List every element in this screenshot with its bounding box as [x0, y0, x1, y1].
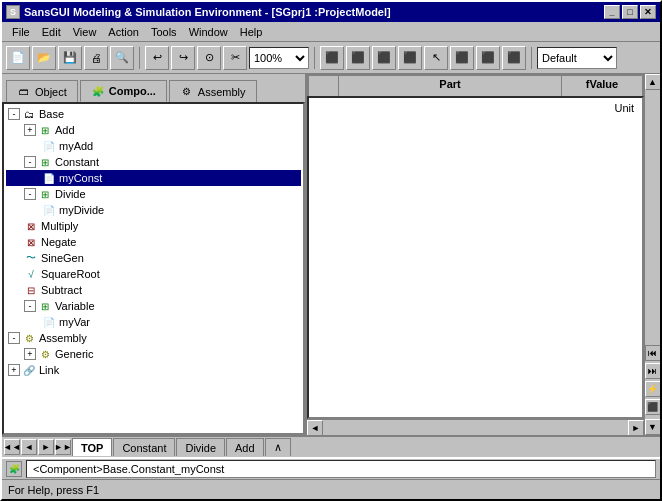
bottom-tab-divide[interactable]: Divide [176, 438, 225, 456]
minimize-button[interactable]: _ [604, 5, 620, 19]
tab-scroll-next[interactable]: ► [38, 439, 54, 455]
tree-item-sinegen[interactable]: 〜 SineGen [6, 250, 301, 266]
v-scroll-up[interactable]: ▲ [645, 74, 661, 90]
tab-assembly-label: Assembly [198, 86, 246, 98]
tree-item-myvar[interactable]: 📄 myVar [6, 314, 301, 330]
grid-header: Part fValue [307, 74, 644, 96]
tb-btn-5[interactable]: ⬛ [320, 46, 344, 70]
h-scroll-right[interactable]: ► [628, 420, 644, 436]
tb-btn-6[interactable]: ⬛ [346, 46, 370, 70]
myconst-icon: 📄 [42, 171, 56, 185]
tab-scroll-first[interactable]: ◄◄ [4, 439, 20, 455]
tree-item-negate[interactable]: ⊠ Negate [6, 234, 301, 250]
menu-window[interactable]: Window [183, 24, 234, 40]
toolbar-sep-2 [314, 47, 315, 69]
status-path: <Component>Base.Constant_myConst [26, 460, 656, 478]
tb-btn-12[interactable]: ⬛ [502, 46, 526, 70]
tree-item-squareroot[interactable]: √ SquareRoot [6, 266, 301, 282]
save-button[interactable]: 💾 [58, 46, 82, 70]
tree-item-myadd[interactable]: 📄 myAdd [6, 138, 301, 154]
title-bar: S SansGUI Modeling & Simulation Environm… [2, 2, 660, 22]
menu-view[interactable]: View [67, 24, 103, 40]
expand-assembly[interactable]: - [8, 332, 20, 344]
tree-label-myconst: myConst [59, 172, 102, 184]
scroll-action-2[interactable]: ⏭ [645, 363, 661, 379]
status-icon: 🧩 [6, 461, 22, 477]
variable-icon: ⊞ [38, 299, 52, 313]
tree-label-multiply: Multiply [41, 220, 78, 232]
title-bar-left: S SansGUI Modeling & Simulation Environm… [6, 5, 391, 19]
tree-item-constant[interactable]: - ⊞ Constant [6, 154, 301, 170]
scroll-action-3[interactable]: ⚡ [645, 381, 661, 397]
style-combo[interactable]: Default [537, 47, 617, 69]
tree-label-divide: Divide [55, 188, 86, 200]
bottom-tab-add[interactable]: Add [226, 438, 264, 456]
v-scroll-down[interactable]: ▼ [645, 419, 661, 435]
bottom-tab-top[interactable]: TOP [72, 438, 112, 456]
constant-icon: ⊞ [38, 155, 52, 169]
tree-item-add[interactable]: + ⊞ Add [6, 122, 301, 138]
tree-item-myconst[interactable]: 📄 myConst [6, 170, 301, 186]
multiply-icon: ⊠ [24, 219, 38, 233]
tree-item-variable[interactable]: - ⊞ Variable [6, 298, 301, 314]
tb-btn-10[interactable]: ⬛ [450, 46, 474, 70]
scroll-action-4[interactable]: ⬛ [645, 399, 661, 415]
tb-btn-7[interactable]: ⬛ [372, 46, 396, 70]
bottom-tab-strip: ◄◄ ◄ ► ►► TOP Constant Divide Add ∧ [2, 435, 660, 457]
bottom-tab-constant[interactable]: Constant [113, 438, 175, 456]
menu-tools[interactable]: Tools [145, 24, 183, 40]
menu-edit[interactable]: Edit [36, 24, 67, 40]
close-button[interactable]: ✕ [640, 5, 656, 19]
tb-btn-4[interactable]: ✂ [223, 46, 247, 70]
open-button[interactable]: 📂 [32, 46, 56, 70]
menu-help[interactable]: Help [234, 24, 269, 40]
new-button[interactable]: 📄 [6, 46, 30, 70]
expand-base[interactable]: - [8, 108, 20, 120]
expand-variable[interactable]: - [24, 300, 36, 312]
tab-component-label: Compo... [109, 85, 156, 97]
tree-item-generic[interactable]: + ⚙ Generic [6, 346, 301, 362]
tab-component[interactable]: 🧩 Compo... [80, 80, 167, 102]
expand-divide[interactable]: - [24, 188, 36, 200]
tree-item-assembly[interactable]: - ⚙ Assembly [6, 330, 301, 346]
tree-item-multiply[interactable]: ⊠ Multiply [6, 218, 301, 234]
expand-link[interactable]: + [8, 364, 20, 376]
tree-item-link[interactable]: + 🔗 Link [6, 362, 301, 378]
tab-scroll-prev[interactable]: ◄ [21, 439, 37, 455]
menu-action[interactable]: Action [102, 24, 145, 40]
tb-btn-9[interactable]: ↖ [424, 46, 448, 70]
tb-btn-3[interactable]: ⊙ [197, 46, 221, 70]
tb-btn-1[interactable]: ↩ [145, 46, 169, 70]
toolbar-sep-3 [531, 47, 532, 69]
assembly-tab-icon: ⚙ [180, 85, 194, 99]
tree-item-base[interactable]: - 🗂 Base [6, 106, 301, 122]
menu-file[interactable]: File [6, 24, 36, 40]
scroll-action-1[interactable]: ⏮ [645, 345, 661, 361]
zoom-combo[interactable]: 100% [249, 47, 309, 69]
tb-btn-2[interactable]: ↪ [171, 46, 195, 70]
tree-item-mydivide[interactable]: 📄 myDivide [6, 202, 301, 218]
tb-btn-8[interactable]: ⬛ [398, 46, 422, 70]
expand-add[interactable]: + [24, 124, 36, 136]
maximize-button[interactable]: □ [622, 5, 638, 19]
myadd-icon: 📄 [42, 139, 56, 153]
expand-constant[interactable]: - [24, 156, 36, 168]
tree-item-divide[interactable]: - ⊞ Divide [6, 186, 301, 202]
preview-button[interactable]: 🔍 [110, 46, 134, 70]
mydivide-icon: 📄 [42, 203, 56, 217]
bottom-tab-extra[interactable]: ∧ [265, 438, 291, 456]
tab-assembly[interactable]: ⚙ Assembly [169, 80, 257, 102]
subtract-icon: ⊟ [24, 283, 38, 297]
tree-label-variable: Variable [55, 300, 95, 312]
h-scroll-left[interactable]: ◄ [307, 420, 323, 436]
tab-scroll-last[interactable]: ►► [55, 439, 71, 455]
tb-btn-11[interactable]: ⬛ [476, 46, 500, 70]
tab-object[interactable]: 🗃 Object [6, 80, 78, 102]
left-panel: 🗃 Object 🧩 Compo... ⚙ Assembly - 🗂 [2, 74, 307, 435]
tree-item-subtract[interactable]: ⊟ Subtract [6, 282, 301, 298]
tree-label-subtract: Subtract [41, 284, 82, 296]
expand-generic[interactable]: + [24, 348, 36, 360]
h-scroll-track[interactable] [323, 420, 628, 436]
grid-spacer [309, 76, 339, 96]
print-button[interactable]: 🖨 [84, 46, 108, 70]
